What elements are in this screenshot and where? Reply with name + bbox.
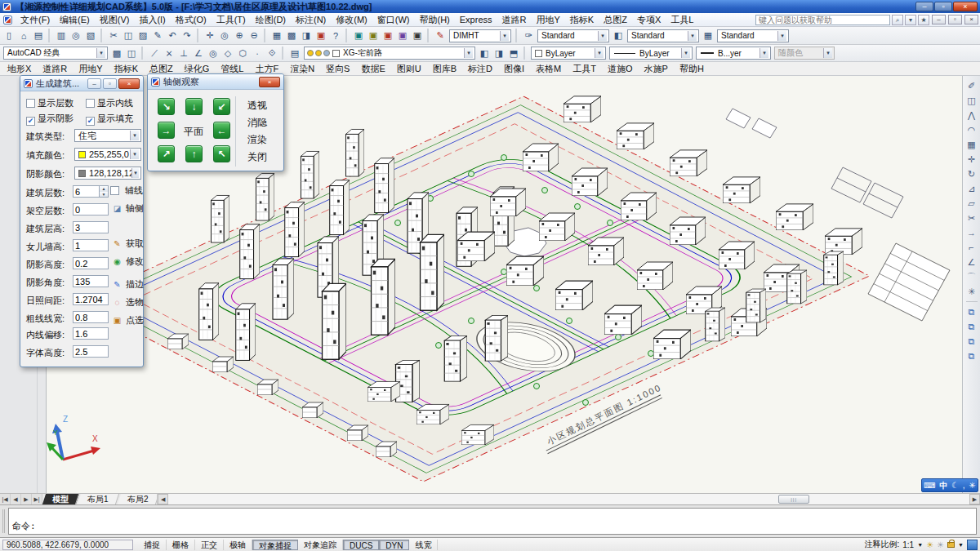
minimize-button[interactable]: – — [915, 2, 933, 11]
pmenu-landuse[interactable]: 用地Y — [73, 62, 108, 76]
ime-toolbar[interactable]: ⌨ 中 ☾ , ✳ — [921, 478, 978, 492]
floors-input[interactable] — [73, 185, 100, 198]
fillet-icon[interactable]: ⌒ — [964, 269, 979, 284]
pmenu-table[interactable]: 表格M — [530, 62, 567, 76]
explode-icon[interactable]: ✳ — [964, 284, 979, 299]
stretch-icon[interactable]: ▱ — [964, 196, 979, 211]
check-auxline[interactable]: 辅线 — [110, 184, 143, 197]
pmenu-tools[interactable]: 工具T — [567, 62, 602, 76]
markup-icon[interactable]: ▣ — [314, 29, 328, 42]
plot-icon[interactable]: ▥ — [54, 29, 69, 42]
doc-restore-button[interactable]: ▫ — [948, 15, 962, 24]
close-button[interactable]: × — [953, 2, 978, 11]
bring-to-front-icon[interactable]: ⧉ — [964, 304, 979, 319]
modify-button[interactable]: ◉修改 — [112, 256, 144, 268]
view-se-button[interactable]: ↘ — [158, 98, 175, 115]
pmenu-road[interactable]: 道路R — [37, 62, 73, 76]
tab-layout2[interactable]: 布局2 — [117, 494, 158, 504]
toggle-polar[interactable]: 极轴 — [224, 540, 252, 550]
zoom-window-icon[interactable]: ⊕ — [232, 29, 247, 42]
layer-prev-icon[interactable]: ◧ — [477, 47, 492, 60]
status-menu-caret-icon[interactable]: ▼ — [958, 542, 964, 548]
snap-angle-icon[interactable]: ∠ — [191, 47, 206, 60]
outline-button[interactable]: ✎描边 — [112, 278, 144, 291]
ime-keyboard-icon[interactable]: ⌨ — [924, 481, 935, 490]
field-input-9[interactable] — [73, 345, 109, 358]
toggle-otrack[interactable]: 对象追踪 — [298, 540, 343, 550]
dim-style-combo[interactable]: Standard▾ — [627, 29, 699, 42]
toggle-grid[interactable]: 栅格 — [167, 540, 195, 550]
fill-color-combo[interactable]: 255,255,0▾ — [74, 148, 141, 161]
extend-icon[interactable]: → — [964, 225, 979, 240]
pmenu-index[interactable]: 指标K — [109, 62, 144, 76]
field-input-8[interactable] — [73, 327, 109, 340]
ime-lang-icon[interactable]: 中 — [939, 480, 947, 491]
thickline-input[interactable] — [73, 311, 109, 323]
menu-help[interactable]: 帮助(H) — [415, 13, 455, 27]
parapet-input[interactable] — [73, 239, 109, 251]
storey-height-input[interactable] — [73, 221, 109, 233]
ime-halfwidth-moon-icon[interactable]: ☾ — [951, 481, 959, 490]
pick-button[interactable]: ✎获取 — [112, 238, 144, 250]
render-button[interactable]: 渲染 — [243, 131, 272, 149]
perspective-button[interactable]: 透视 — [243, 97, 272, 114]
shadow-color-combo[interactable]: 128,128,128▾ — [74, 167, 141, 180]
layer-combo[interactable]: XG-宅前路▾ — [304, 47, 475, 60]
lock-icon[interactable] — [947, 542, 955, 548]
menu-format[interactable]: 格式(O) — [171, 13, 212, 27]
pmenu-help[interactable]: 帮助H — [674, 62, 710, 76]
clean-screen-button[interactable] — [967, 540, 978, 550]
pmenu-waterworks[interactable]: 水施P — [639, 62, 674, 76]
copy-icon[interactable]: ◫ — [964, 93, 979, 108]
check-show-floors[interactable]: 显示层数 — [26, 97, 74, 109]
menu-file[interactable]: 文件(F) — [16, 13, 55, 27]
pmenu-vertical[interactable]: 竖向S — [320, 62, 355, 76]
horizontal-scrollbar[interactable]: ◀ ||| ▶ — [157, 494, 980, 504]
close-view-button[interactable]: 关闭 — [243, 149, 272, 166]
rotate-icon[interactable]: ↻ — [964, 167, 979, 181]
command-history[interactable]: 命令: — [8, 508, 977, 535]
move-icon[interactable]: ✛ — [964, 152, 979, 167]
ime-settings-gear-icon[interactable]: ✳ — [969, 481, 975, 490]
designcenter-icon[interactable]: ▩ — [284, 29, 299, 42]
view-ne-button[interactable]: ↗ — [158, 145, 175, 162]
help-icon[interactable]: ? — [328, 29, 343, 42]
plugin-icon-1[interactable]: ▣ — [351, 29, 366, 42]
sunlight-input[interactable] — [73, 293, 109, 305]
shadow-angle-input[interactable] — [73, 275, 109, 287]
menu-edit[interactable]: 编辑(E) — [55, 13, 95, 27]
array-icon[interactable]: ▦ — [964, 137, 979, 152]
save-icon[interactable]: ▤ — [31, 29, 46, 42]
text-style-combo[interactable]: Standard▾ — [537, 29, 609, 42]
new-icon[interactable]: ▯ — [2, 29, 16, 42]
trim-icon[interactable]: ✂ — [964, 211, 979, 225]
open-icon[interactable]: ⌂ — [16, 29, 31, 42]
view-e-button[interactable]: → — [158, 122, 175, 139]
favorites-star-icon[interactable]: ★ — [918, 15, 929, 25]
layer-isolate-icon[interactable]: ⬒ — [506, 47, 521, 60]
plugin-icon-3[interactable]: ▣ — [381, 29, 395, 42]
snap-diamond-icon[interactable]: ◇ — [220, 47, 235, 60]
snap-node-icon[interactable]: ∙ — [250, 47, 265, 60]
menu-road[interactable]: 道路R — [497, 13, 532, 27]
plugin-icon-5[interactable]: ▣ — [410, 29, 425, 42]
view-sw-button[interactable]: ↙ — [213, 98, 230, 115]
scroll-right-icon[interactable]: ▶ — [969, 494, 980, 504]
menu-window[interactable]: 窗口(W) — [372, 13, 415, 27]
search-dropdown-icon[interactable]: ▾ — [905, 15, 916, 25]
menu-view[interactable]: 视图(V) — [95, 13, 135, 27]
copy-clip-icon[interactable]: ◫ — [121, 29, 136, 42]
tab-prev-button[interactable]: ◀ — [11, 494, 21, 504]
plan-view-label[interactable]: 平面 — [184, 125, 203, 139]
bring-above-icon[interactable]: ⧉ — [964, 334, 979, 349]
menu-siteplan[interactable]: 总图Z — [599, 13, 632, 27]
dim-pen-icon[interactable]: ✎ — [433, 29, 448, 42]
zoom-realtime-icon[interactable]: ◎ — [217, 29, 232, 42]
toolpalettes-icon[interactable]: ◨ — [299, 29, 314, 42]
send-under-icon[interactable]: ⧉ — [964, 349, 979, 363]
menu-insert[interactable]: 插入(I) — [134, 13, 170, 27]
break-icon[interactable]: ⌐ — [964, 240, 979, 255]
send-to-back-icon[interactable]: ⧉ — [964, 319, 979, 334]
workspace-gear-icon[interactable]: ▩ — [109, 47, 124, 60]
tab-last-button[interactable]: ▶| — [32, 494, 42, 504]
